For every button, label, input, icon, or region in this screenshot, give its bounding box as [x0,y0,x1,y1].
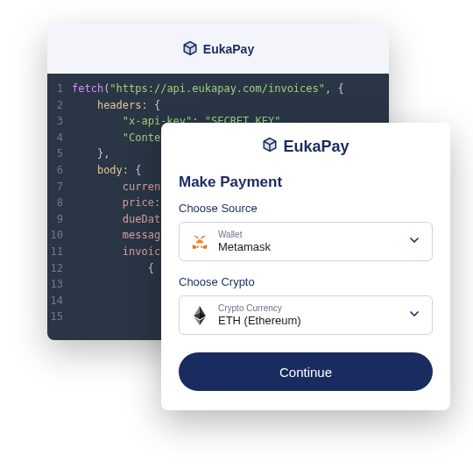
line-number: 1 [47,81,72,97]
crypto-caption: Crypto Currency [218,303,399,314]
code-line: 2 headers: { [47,97,389,114]
line-number: 3 [47,113,72,130]
source-caption: Wallet [218,230,399,240]
crypto-select[interactable]: Crypto Currency ETH (Ethereum) [179,295,433,335]
line-content: headers: { [72,97,389,114]
line-number: 8 [47,195,72,211]
line-number: 9 [47,211,72,228]
payment-title: Make Payment [179,174,433,191]
ethereum-icon [190,306,209,325]
line-number: 12 [47,260,72,277]
line-number: 13 [47,276,72,293]
crypto-value: ETH (Ethereum) [218,314,399,327]
source-label: Choose Source [179,202,433,215]
payment-card: EukaPay Make Payment Choose Source Walle… [161,123,450,410]
metamask-icon [190,232,209,252]
source-value: Metamask [218,240,399,253]
line-number: 2 [47,97,72,114]
svg-marker-0 [201,235,206,238]
line-number: 5 [47,146,72,162]
svg-marker-3 [192,245,197,248]
code-card-header: EukaPay [47,25,389,74]
code-line: 1fetch("https://api.eukapay.com/invoices… [47,81,389,97]
brand-name: EukaPay [283,138,349,156]
continue-button[interactable]: Continue [179,352,433,391]
line-content: fetch("https://api.eukapay.com/invoices"… [72,81,389,97]
svg-marker-2 [202,245,208,248]
line-number: 11 [47,244,72,260]
brand-logo: EukaPay [262,137,349,157]
line-number: 6 [47,162,72,179]
svg-marker-6 [197,245,200,247]
svg-marker-4 [196,238,200,243]
payment-card-header: EukaPay [161,123,450,170]
chevron-down-icon [407,307,421,324]
svg-marker-1 [194,235,199,238]
line-number: 15 [47,309,72,325]
brand-name: EukaPay [203,42,254,56]
line-number: 10 [47,227,72,244]
cube-icon [182,40,198,59]
crypto-label: Choose Crypto [179,275,433,288]
line-number: 4 [47,130,72,146]
svg-marker-7 [201,245,203,247]
chevron-down-icon [407,233,421,251]
brand-logo: EukaPay [182,40,254,59]
line-number: 7 [47,179,72,195]
svg-marker-5 [200,238,203,243]
cube-icon [262,137,278,157]
line-number: 14 [47,293,72,309]
source-select[interactable]: Wallet Metamask [179,222,433,261]
